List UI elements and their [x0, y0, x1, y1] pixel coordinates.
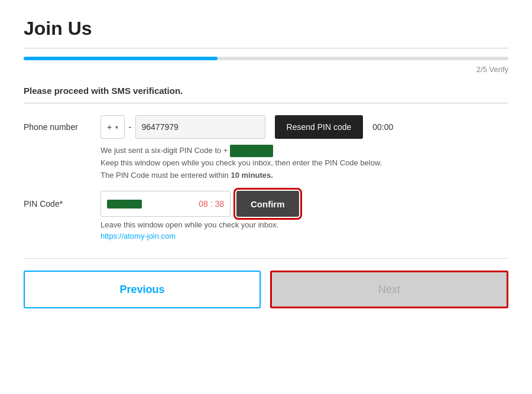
pin-row: PIN Code* 758800 08 : 38 Confirm: [24, 191, 508, 217]
bottom-divider: [24, 258, 508, 259]
pin-label: PIN Code*: [24, 199, 100, 209]
resend-timer: 00:00: [372, 122, 393, 132]
resend-pin-button[interactable]: Resend PIN code: [275, 115, 364, 139]
phone-inputs: + ▾ - Resend PIN code 00:00: [100, 115, 508, 139]
phone-masked: 96477979: [230, 145, 273, 157]
phone-row: Phone number + ▾ - Resend PIN code 00:00: [24, 115, 508, 139]
pin-masked: 758800: [107, 200, 142, 209]
section-divider: [24, 103, 508, 103]
confirm-button[interactable]: Confirm: [236, 191, 299, 217]
watermark-link[interactable]: https://atomy-join.com: [100, 232, 508, 240]
step-label: 2/5 Verify: [24, 65, 508, 74]
info-text-block: We just sent a six-digit PIN Code to + 9…: [100, 145, 508, 181]
button-row: Previous Next: [24, 271, 508, 308]
info-line2: Keep this window open while you check yo…: [100, 158, 382, 167]
section-title: Please proceed with SMS verification.: [24, 86, 508, 96]
info-line3: The PIN Code must be entered within: [100, 171, 229, 180]
leave-text: Leave this window open while you check y…: [100, 220, 508, 229]
previous-button[interactable]: Previous: [24, 271, 261, 308]
title-divider: [24, 48, 508, 48]
country-code-text: +: [107, 122, 112, 132]
pin-input-wrapper: 758800 08 : 38: [100, 191, 231, 217]
country-select[interactable]: + ▾: [100, 115, 125, 139]
chevron-down-icon: ▾: [115, 124, 118, 131]
pin-timer: 08 : 38: [199, 199, 224, 209]
progress-bar-container: [24, 57, 508, 60]
page-title: Join Us: [24, 18, 508, 40]
info-line1: We just sent a six-digit PIN Code to +: [100, 146, 228, 155]
info-bold: 10 minutes.: [231, 171, 273, 180]
next-button[interactable]: Next: [270, 271, 508, 308]
phone-input[interactable]: [135, 115, 265, 139]
progress-bar-fill: [24, 57, 218, 60]
phone-label: Phone number: [24, 122, 100, 132]
phone-dash: -: [128, 122, 131, 132]
